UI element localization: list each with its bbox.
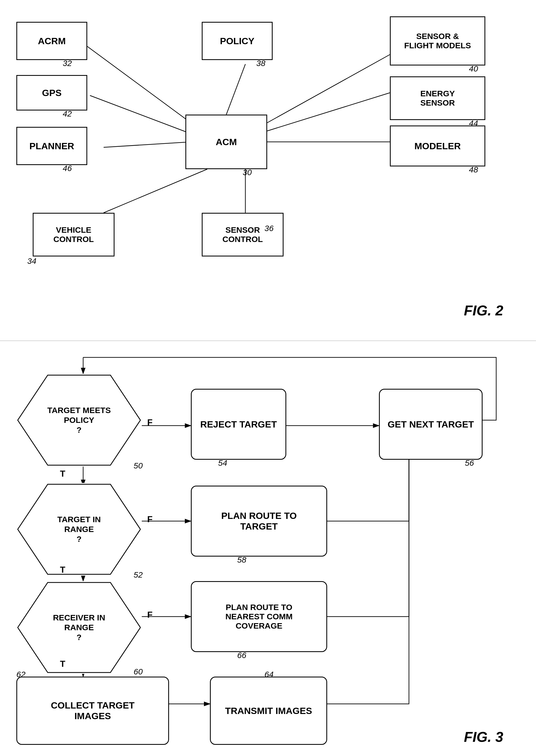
target-meets-policy-number: 50 <box>134 461 143 470</box>
gps-number: 42 <box>63 109 72 119</box>
plan-route-target-number: 58 <box>237 555 246 564</box>
edge-label-f1: F <box>147 417 153 427</box>
get-next-target-number: 56 <box>465 458 474 468</box>
edge-label-f2: F <box>147 514 153 524</box>
edge-label-t2: T <box>60 565 65 575</box>
sensor-control-number: 36 <box>264 224 274 233</box>
acrm-box: ACRM <box>17 22 87 60</box>
acrm-number: 32 <box>63 59 72 68</box>
fig3-label: FIG. 3 <box>464 729 503 745</box>
policy-number: 38 <box>256 59 265 68</box>
gps-box: GPS <box>17 75 87 111</box>
target-in-range-number: 52 <box>134 570 143 580</box>
svg-line-7 <box>104 169 207 213</box>
acm-number: 30 <box>243 168 251 177</box>
transmit-images-box: TRANSMIT IMAGES <box>210 677 327 745</box>
svg-line-0 <box>87 46 191 123</box>
sensor-flight-number: 40 <box>469 64 478 73</box>
svg-line-2 <box>104 142 191 147</box>
plan-route-comm-box: PLAN ROUTE TO NEAREST COMM COVERAGE <box>191 581 327 652</box>
svg-line-4 <box>267 54 390 123</box>
modeler-box: MODELER <box>390 126 485 166</box>
energy-sensor-box: ENERGY SENSOR <box>390 76 485 120</box>
sensor-control-box: SENSOR CONTROL <box>202 213 284 256</box>
modeler-number: 48 <box>469 165 478 174</box>
svg-line-3 <box>226 64 245 115</box>
collect-images-box: COLLECT TARGET IMAGES <box>17 677 169 745</box>
plan-route-target-box: PLAN ROUTE TO TARGET <box>191 486 327 557</box>
collect-images-number: 62 <box>17 670 25 679</box>
vehicle-control-box: VEHICLE CONTROL <box>33 213 115 256</box>
planner-box: PLANNER <box>17 127 87 165</box>
target-meets-policy-hex: TARGET MEETSPOLICY? <box>17 374 142 467</box>
fig3-diagram: TARGET MEETSPOLICY? 50 TARGET INRANGE? 5… <box>0 341 536 756</box>
policy-box: POLICY <box>202 22 273 60</box>
planner-number: 46 <box>63 164 72 173</box>
edge-label-t3: T <box>60 659 65 669</box>
edge-label-t1: T <box>60 469 65 479</box>
svg-line-1 <box>90 95 191 134</box>
plan-route-comm-number: 66 <box>237 651 246 660</box>
reject-target-box: REJECT TARGET <box>191 389 286 460</box>
target-in-range-hex: TARGET INRANGE? <box>17 483 142 576</box>
reject-target-number: 54 <box>218 458 227 468</box>
sensor-flight-box: SENSOR & FLIGHT MODELS <box>390 17 485 65</box>
receiver-in-range-number: 60 <box>134 667 143 676</box>
receiver-in-range-hex: RECEIVER INRANGE? <box>17 581 142 674</box>
get-next-target-box: GET NEXT TARGET <box>379 389 483 460</box>
svg-line-5 <box>267 93 390 131</box>
transmit-images-number: 64 <box>264 670 274 679</box>
fig2-label: FIG. 2 <box>464 302 503 319</box>
acm-box: ACM <box>185 115 267 169</box>
fig2-diagram: ACRM 32 GPS 42 PLANNER 46 POLICY 38 ACM … <box>0 0 536 341</box>
edge-label-f3: F <box>147 610 153 620</box>
vehicle-control-number: 34 <box>27 256 36 266</box>
